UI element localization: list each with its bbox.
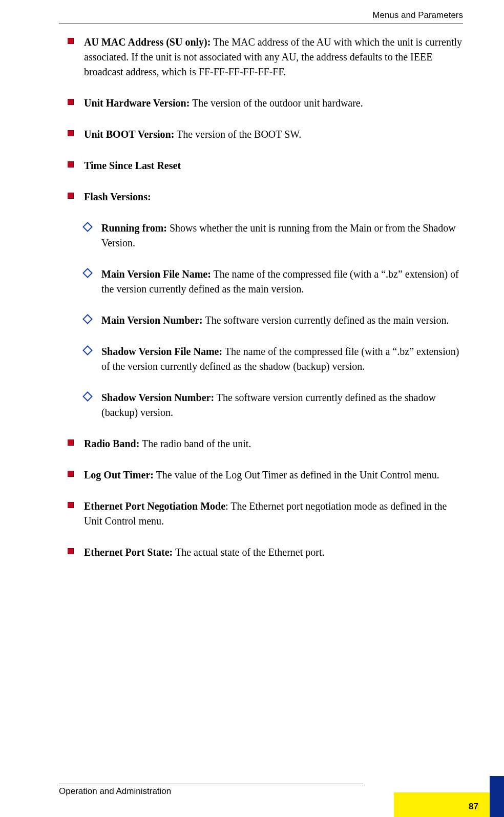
list-item: Log Out Timer: The value of the Log Out … — [67, 468, 463, 483]
square-bullet-icon — [68, 502, 74, 508]
item-label: Time Since Last Reset — [84, 160, 181, 171]
square-bullet-icon — [68, 161, 74, 167]
content-area: AU MAC Address (SU only): The MAC addres… — [67, 31, 463, 560]
footer-yellow-bar — [394, 792, 504, 817]
list-item: Ethernet Port Negotiation Mode: The Ethe… — [67, 499, 463, 529]
item-text: The actual state of the Ethernet port. — [173, 547, 324, 558]
subitem-text: The software version currently defined a… — [203, 315, 449, 326]
page-number: 87 — [469, 802, 478, 812]
sublist-item: Main Version File Name: The name of the … — [67, 267, 463, 297]
page: Menus and Parameters AU MAC Address (SU … — [0, 0, 504, 817]
diamond-bullet-icon — [82, 314, 93, 324]
subitem-label: Running from: — [101, 222, 167, 234]
subitem-label: Shadow Version Number: — [101, 392, 214, 403]
subitem-label: Main Version File Name: — [101, 268, 211, 280]
square-bullet-icon — [68, 130, 74, 136]
header-title: Menus and Parameters — [372, 10, 463, 20]
list-item: Unit BOOT Version: The version of the BO… — [67, 127, 463, 142]
square-bullet-icon — [68, 439, 74, 446]
item-label: Ethernet Port Negotiation Mode — [84, 500, 225, 512]
sublist: Running from: Shows whether the unit is … — [67, 221, 463, 420]
list-item: AU MAC Address (SU only): The MAC addres… — [67, 35, 463, 79]
list-item: Time Since Last Reset — [67, 158, 463, 173]
item-text: The value of the Log Out Timer as define… — [154, 469, 439, 480]
square-bullet-icon — [68, 548, 74, 554]
item-label: Radio Band: — [84, 438, 139, 449]
item-label: Unit BOOT Version: — [84, 129, 174, 140]
diamond-bullet-icon — [82, 222, 93, 232]
square-bullet-icon — [68, 471, 74, 477]
subitem-label: Shadow Version File Name: — [101, 346, 222, 357]
item-label: Log Out Timer: — [84, 469, 154, 480]
page-header: Menus and Parameters — [59, 10, 463, 24]
diamond-bullet-icon — [82, 391, 93, 402]
sublist-item: Running from: Shows whether the unit is … — [67, 221, 463, 250]
list-item: Flash Versions: — [67, 190, 463, 204]
item-label: AU MAC Address (SU only): — [84, 36, 211, 48]
sublist-item: Main Version Number: The software versio… — [67, 313, 463, 328]
sublist-item: Shadow Version File Name: The name of th… — [67, 344, 463, 374]
square-bullet-icon — [68, 99, 74, 105]
footer-divider — [59, 784, 363, 784]
item-text: The version of the outdoor unit hardware… — [190, 97, 363, 109]
diamond-bullet-icon — [82, 268, 93, 278]
footer-blue-tab — [490, 776, 504, 817]
item-text: The radio band of the unit. — [139, 438, 251, 449]
sublist-item: Shadow Version Number: The software vers… — [67, 390, 463, 420]
item-label: Ethernet Port State: — [84, 547, 173, 558]
diamond-bullet-icon — [82, 345, 93, 355]
item-label: Unit Hardware Version: — [84, 97, 190, 109]
item-text: The version of the BOOT SW. — [174, 129, 301, 140]
item-label: Flash Versions: — [84, 191, 151, 202]
list-item: Radio Band: The radio band of the unit. — [67, 436, 463, 451]
square-bullet-icon — [68, 193, 74, 199]
square-bullet-icon — [68, 38, 74, 44]
list-item: Unit Hardware Version: The version of th… — [67, 96, 463, 111]
subitem-label: Main Version Number: — [101, 315, 203, 326]
list-item: Ethernet Port State: The actual state of… — [67, 545, 463, 560]
